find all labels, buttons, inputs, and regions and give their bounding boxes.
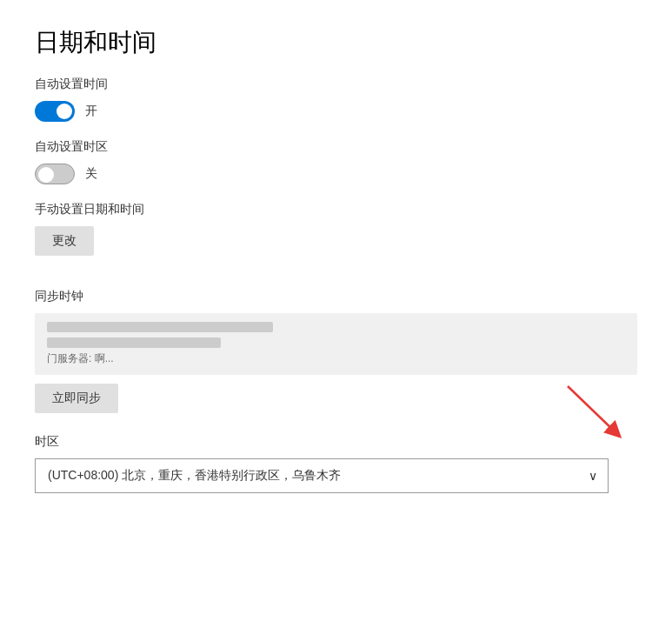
- sync-text-small: 门服务器: 啊...: [47, 351, 625, 366]
- blur-line-2: [47, 337, 221, 348]
- chevron-down-icon: ∨: [589, 469, 597, 483]
- manual-datetime-label: 手动设置日期和时间: [35, 202, 637, 217]
- sync-info-box: 门服务器: 啊...: [35, 313, 637, 375]
- page-title: 日期和时间: [35, 26, 637, 59]
- toggle-knob-auto-timezone: [38, 167, 54, 183]
- sync-now-button[interactable]: 立即同步: [35, 384, 118, 413]
- change-button[interactable]: 更改: [35, 226, 94, 256]
- auto-time-toggle-label: 开: [85, 104, 97, 119]
- svg-line-0: [568, 386, 615, 432]
- auto-time-label: 自动设置时间: [35, 77, 637, 92]
- blur-line-1: [47, 322, 273, 332]
- timezone-value: (UTC+08:00) 北京，重庆，香港特别行政区，乌鲁木齐: [48, 468, 573, 484]
- timezone-label: 时区: [35, 434, 637, 450]
- toggle-knob-auto-time: [57, 104, 72, 119]
- auto-timezone-toggle-label: 关: [85, 166, 97, 182]
- auto-timezone-label: 自动设置时区: [35, 139, 637, 155]
- red-arrow-annotation: [550, 382, 637, 443]
- auto-timezone-toggle[interactable]: [35, 164, 75, 184]
- timezone-dropdown[interactable]: (UTC+08:00) 北京，重庆，香港特别行政区，乌鲁木齐 ∨: [35, 458, 609, 493]
- sync-info-blurred: [47, 322, 625, 348]
- auto-time-toggle[interactable]: [35, 101, 75, 122]
- sync-clock-label: 同步时钟: [35, 289, 637, 304]
